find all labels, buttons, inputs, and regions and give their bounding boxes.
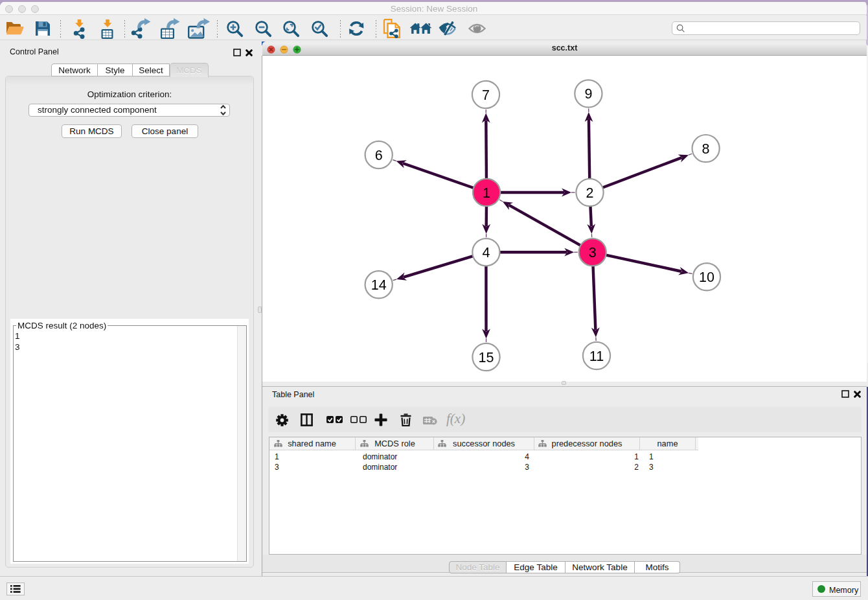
svg-text:15: 15 <box>479 350 494 365</box>
svg-text:8: 8 <box>702 141 710 157</box>
svg-text:3: 3 <box>589 245 597 260</box>
svg-text:1: 1 <box>483 185 490 201</box>
svg-text:11: 11 <box>589 349 604 364</box>
svg-text:7: 7 <box>482 87 490 103</box>
svg-text:14: 14 <box>371 277 387 293</box>
svg-text:9: 9 <box>584 86 592 102</box>
svg-text:6: 6 <box>375 148 383 163</box>
svg-text:2: 2 <box>586 185 594 201</box>
svg-text:10: 10 <box>699 270 714 285</box>
svg-text:4: 4 <box>482 245 490 260</box>
